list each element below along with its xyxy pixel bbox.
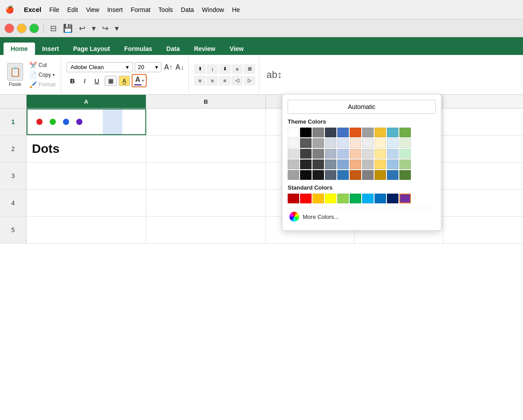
theme-color-swatch-3-3[interactable] bbox=[325, 159, 336, 169]
bold-button[interactable]: B bbox=[66, 75, 78, 86]
cell-a2[interactable]: Dots bbox=[27, 136, 146, 162]
undo-icon[interactable]: ↩ bbox=[77, 23, 87, 34]
fill-color-button[interactable]: A̲ bbox=[119, 76, 130, 86]
cell-a4[interactable] bbox=[27, 190, 146, 216]
theme-color-swatch-0-4[interactable] bbox=[337, 128, 349, 137]
standard-color-swatch-6[interactable] bbox=[362, 194, 374, 203]
customize-icon[interactable]: ▾ bbox=[113, 23, 121, 34]
theme-color-swatch-2-2[interactable] bbox=[312, 149, 324, 159]
theme-color-swatch-3-8[interactable] bbox=[387, 159, 398, 169]
theme-color-swatch-1-1[interactable] bbox=[300, 138, 312, 148]
align-right-button[interactable]: ≡ bbox=[219, 76, 230, 86]
theme-color-swatch-1-2[interactable] bbox=[312, 138, 324, 148]
close-window-button[interactable] bbox=[4, 23, 14, 33]
menu-file[interactable]: File bbox=[49, 6, 59, 13]
theme-color-swatch-1-5[interactable] bbox=[350, 138, 361, 148]
paste-button[interactable]: 📋 Paste bbox=[7, 63, 23, 87]
maximize-window-button[interactable] bbox=[29, 23, 39, 33]
align-left-button[interactable]: ≡ bbox=[194, 76, 206, 86]
font-color-button[interactable]: A ▾ bbox=[132, 74, 147, 87]
theme-color-swatch-2-7[interactable] bbox=[375, 149, 386, 159]
more-colors-button[interactable]: More Colors... bbox=[288, 208, 436, 225]
standard-color-swatch-9[interactable] bbox=[399, 194, 411, 203]
theme-color-swatch-1-6[interactable] bbox=[362, 138, 374, 148]
tab-insert[interactable]: Insert bbox=[35, 43, 66, 55]
tab-home[interactable]: Home bbox=[4, 43, 35, 55]
theme-color-swatch-2-5[interactable] bbox=[350, 149, 361, 159]
merge-cells-button[interactable]: ⊞ bbox=[244, 64, 255, 74]
theme-color-swatch-4-8[interactable] bbox=[387, 170, 398, 180]
theme-color-swatch-0-0[interactable] bbox=[288, 128, 299, 137]
border-button[interactable]: ▦ bbox=[105, 76, 117, 86]
theme-color-swatch-4-0[interactable] bbox=[288, 170, 299, 180]
save-icon[interactable]: 💾 bbox=[61, 23, 74, 34]
cell-b2[interactable] bbox=[146, 136, 266, 162]
font-size-selector[interactable]: 20 ▾ bbox=[135, 62, 161, 72]
decrease-indent-button[interactable]: ◁ bbox=[231, 76, 243, 86]
theme-color-swatch-2-1[interactable] bbox=[300, 149, 312, 159]
theme-color-swatch-4-5[interactable] bbox=[350, 170, 361, 180]
menu-help[interactable]: He bbox=[232, 6, 240, 13]
standard-color-swatch-7[interactable] bbox=[375, 194, 386, 203]
tab-page-layout[interactable]: Page Layout bbox=[66, 43, 117, 55]
cell-b5[interactable] bbox=[146, 217, 266, 243]
theme-color-swatch-1-9[interactable] bbox=[399, 138, 411, 148]
cell-b3[interactable] bbox=[146, 163, 266, 189]
menu-view[interactable]: View bbox=[86, 6, 99, 13]
align-top-button[interactable]: ⬆ bbox=[194, 64, 206, 74]
theme-color-swatch-4-6[interactable] bbox=[362, 170, 374, 180]
standard-color-swatch-2[interactable] bbox=[312, 194, 324, 203]
theme-color-swatch-3-1[interactable] bbox=[300, 159, 312, 169]
number-format-icon[interactable]: ab↕ bbox=[265, 67, 284, 82]
automatic-color-button[interactable]: Automatic bbox=[288, 100, 436, 114]
align-middle-button[interactable]: ↕ bbox=[207, 64, 218, 74]
standard-color-swatch-5[interactable] bbox=[350, 194, 361, 203]
theme-color-swatch-4-9[interactable] bbox=[399, 170, 411, 180]
theme-color-swatch-0-7[interactable] bbox=[375, 128, 386, 137]
theme-color-swatch-0-8[interactable] bbox=[387, 128, 398, 137]
standard-color-swatch-4[interactable] bbox=[337, 194, 349, 203]
font-color-dropdown-arrow[interactable]: ▾ bbox=[142, 78, 144, 83]
col-header-a[interactable]: A bbox=[27, 95, 146, 108]
cell-a5[interactable] bbox=[27, 217, 146, 243]
minimize-window-button[interactable] bbox=[17, 23, 27, 33]
theme-color-swatch-0-3[interactable] bbox=[325, 128, 336, 137]
cell-a3[interactable] bbox=[27, 163, 146, 189]
theme-color-swatch-1-3[interactable] bbox=[325, 138, 336, 148]
theme-color-swatch-0-9[interactable] bbox=[399, 128, 411, 137]
menu-insert[interactable]: Insert bbox=[107, 6, 123, 13]
font-grow-button[interactable]: A↑ bbox=[163, 62, 174, 72]
theme-color-swatch-4-7[interactable] bbox=[375, 170, 386, 180]
theme-color-swatch-3-2[interactable] bbox=[312, 159, 324, 169]
theme-color-swatch-0-5[interactable] bbox=[350, 128, 361, 137]
tab-view[interactable]: View bbox=[222, 43, 251, 55]
standard-color-swatch-0[interactable] bbox=[288, 194, 299, 203]
cell-a1[interactable] bbox=[27, 109, 146, 135]
menu-window[interactable]: Window bbox=[202, 6, 224, 13]
menu-tools[interactable]: Tools bbox=[158, 6, 173, 13]
increase-indent-button[interactable]: ▷ bbox=[244, 76, 255, 86]
standard-color-swatch-3[interactable] bbox=[325, 194, 336, 203]
theme-color-swatch-2-8[interactable] bbox=[387, 149, 398, 159]
theme-color-swatch-3-4[interactable] bbox=[337, 159, 349, 169]
cell-b4[interactable] bbox=[146, 190, 266, 216]
theme-color-swatch-4-3[interactable] bbox=[325, 170, 336, 180]
theme-color-swatch-3-6[interactable] bbox=[362, 159, 374, 169]
theme-color-swatch-2-3[interactable] bbox=[325, 149, 336, 159]
undo-dropdown-icon[interactable]: ▾ bbox=[90, 23, 98, 34]
theme-color-swatch-4-1[interactable] bbox=[300, 170, 312, 180]
underline-button[interactable]: U bbox=[91, 75, 103, 86]
menu-format[interactable]: Format bbox=[131, 6, 150, 13]
cut-button[interactable]: ✂️ Cut bbox=[27, 61, 57, 70]
theme-color-swatch-3-9[interactable] bbox=[399, 159, 411, 169]
col-header-b[interactable]: B bbox=[146, 95, 266, 108]
standard-color-swatch-1[interactable] bbox=[300, 194, 312, 203]
theme-color-swatch-2-4[interactable] bbox=[337, 149, 349, 159]
wrap-text-button[interactable]: ≡ bbox=[231, 64, 243, 74]
menu-data[interactable]: Data bbox=[181, 6, 194, 13]
redo-icon[interactable]: ↪ bbox=[100, 23, 110, 34]
format-button[interactable]: 🖌️ Format bbox=[27, 80, 57, 89]
theme-color-swatch-0-1[interactable] bbox=[300, 128, 312, 137]
apple-menu[interactable]: 🍎 bbox=[5, 5, 14, 14]
theme-color-swatch-2-0[interactable] bbox=[288, 149, 299, 159]
